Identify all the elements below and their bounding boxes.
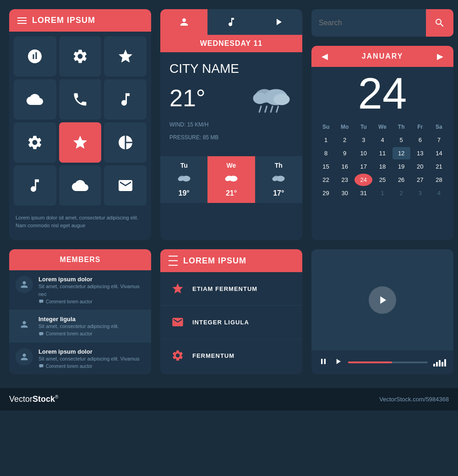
cal-day-n1[interactable]: 1 xyxy=(373,187,391,199)
tab-person[interactable] xyxy=(160,9,207,35)
media-play-large-button[interactable] xyxy=(369,286,396,314)
icon-cell-pie[interactable] xyxy=(104,122,147,163)
cal-day-19[interactable]: 19 xyxy=(393,160,410,173)
cal-day-27[interactable]: 27 xyxy=(411,174,429,186)
cal-header-sa: Sa xyxy=(430,121,448,133)
icon-cell-gear2[interactable] xyxy=(14,122,56,163)
cal-day-31[interactable]: 31 xyxy=(354,187,372,199)
forecast-cloud-icon-we xyxy=(223,172,240,186)
member-comment-3: Comment lorem auctor xyxy=(38,363,145,369)
tab-play[interactable] xyxy=(255,9,302,35)
cal-day-16[interactable]: 16 xyxy=(336,160,354,173)
hamburger-icon[interactable] xyxy=(17,17,27,24)
tab-music[interactable] xyxy=(207,9,255,35)
cal-day-29[interactable]: 29 xyxy=(317,187,335,199)
cal-day-10[interactable]: 10 xyxy=(354,147,372,159)
cal-day-5[interactable]: 5 xyxy=(393,134,410,146)
cal-day-18[interactable]: 18 xyxy=(373,160,391,173)
media-play-button[interactable] xyxy=(333,357,343,368)
tab-bar xyxy=(160,9,302,35)
calendar-header: ◀ JANUARY ▶ xyxy=(311,46,453,67)
menu-item-label-1: ETIAM FERMENTUM xyxy=(192,285,257,292)
vol-bar-2 xyxy=(436,362,438,367)
footer: VectorStock® VectorStock.com/5984368 xyxy=(0,388,458,410)
cal-day-6[interactable]: 6 xyxy=(411,134,429,146)
menu-item-2[interactable]: INTEGER LIGULA xyxy=(160,306,302,339)
weather-city: CITY NAME xyxy=(169,61,293,76)
footer-stock-text: Stock xyxy=(33,394,55,404)
app-grid-panel: LOREM IPSUM xyxy=(9,9,151,240)
cal-day-13[interactable]: 13 xyxy=(411,147,429,159)
cal-day-1[interactable]: 1 xyxy=(317,134,335,146)
forecast-temp-tu: 19° xyxy=(179,189,190,197)
icon-cell-star[interactable] xyxy=(104,36,147,77)
cal-day-21[interactable]: 21 xyxy=(430,160,448,173)
member-item-1: Lorem ipsum dolor Sit amet, consectetur … xyxy=(9,270,151,310)
cal-day-14[interactable]: 14 xyxy=(430,147,448,159)
weather-panel: WEDNESDAY 11 CITY NAME 21° xyxy=(160,9,302,240)
weather-date: WEDNESDAY 11 xyxy=(160,35,302,52)
calendar-panel: ◀ JANUARY ▶ 24 Su Mo Tu We Th Fr Sa 1 2 xyxy=(311,46,453,240)
calendar-next-button[interactable]: ▶ xyxy=(434,51,446,61)
cal-day-23[interactable]: 23 xyxy=(336,174,354,186)
icon-cell-phone[interactable] xyxy=(59,79,102,120)
search-input[interactable] xyxy=(311,19,426,27)
menu-item-3[interactable]: FERMENTUM xyxy=(160,339,302,372)
calendar-month: JANUARY xyxy=(362,52,403,60)
app-grid-title: LOREM IPSUM xyxy=(32,16,95,25)
cal-day-28[interactable]: 28 xyxy=(430,174,448,186)
icon-cell-note[interactable] xyxy=(14,165,56,206)
footer-logo: VectorStock® xyxy=(9,394,58,404)
cal-day-8[interactable]: 8 xyxy=(317,147,335,159)
cal-day-15[interactable]: 15 xyxy=(317,160,335,173)
cal-day-24[interactable]: 24 xyxy=(354,174,372,186)
cal-day-n4[interactable]: 4 xyxy=(430,187,448,199)
weather-temp: 21° xyxy=(169,84,206,112)
calendar-prev-button[interactable]: ◀ xyxy=(319,51,331,61)
cal-day-20[interactable]: 20 xyxy=(411,160,429,173)
cal-day-11[interactable]: 11 xyxy=(373,147,391,159)
icon-cell-cloud2[interactable] xyxy=(59,165,102,206)
icon-cell-settings[interactable] xyxy=(59,36,102,77)
weather-temp-row: 21° xyxy=(169,79,293,117)
cal-day-26[interactable]: 26 xyxy=(393,174,410,186)
media-progress-bar[interactable] xyxy=(348,361,428,363)
member-name-1: Lorem ipsum dolor xyxy=(38,276,145,283)
volume-bars xyxy=(433,358,446,367)
cal-day-4[interactable]: 4 xyxy=(373,134,391,146)
cal-header-tu: Tu xyxy=(354,121,372,133)
cal-day-22[interactable]: 22 xyxy=(317,174,335,186)
cal-day-30[interactable]: 30 xyxy=(336,187,354,199)
cal-day-2[interactable]: 2 xyxy=(336,134,354,146)
cal-day-n3[interactable]: 3 xyxy=(411,187,429,199)
footer-vector-text: Vector xyxy=(9,394,33,404)
cal-day-7[interactable]: 7 xyxy=(430,134,448,146)
cal-header-su: Su xyxy=(317,121,335,133)
forecast-thursday: Th 17° xyxy=(255,156,302,203)
media-progress-fill xyxy=(348,361,392,363)
cal-day-n2[interactable]: 2 xyxy=(393,187,410,199)
search-button[interactable] xyxy=(426,9,453,37)
icon-cell-mail[interactable] xyxy=(104,165,147,206)
media-pause-button[interactable] xyxy=(319,357,328,368)
cal-day-9[interactable]: 9 xyxy=(336,147,354,159)
cal-day-12[interactable]: 12 xyxy=(393,147,410,159)
vol-bar-4 xyxy=(442,362,443,367)
svg-point-10 xyxy=(182,176,190,182)
members-title: MEMBERS xyxy=(60,256,101,263)
calendar-grid: Su Mo Tu We Th Fr Sa 1 2 3 4 5 6 7 xyxy=(311,115,453,206)
icon-cell-music[interactable] xyxy=(104,79,147,120)
icon-cell-star-red[interactable] xyxy=(59,122,102,163)
forecast-temp-we: 21° xyxy=(226,189,237,197)
vol-bar-3 xyxy=(439,360,441,367)
icon-cell-cloud[interactable] xyxy=(14,79,56,120)
menu-item-1[interactable]: ETIAM FERMENTUM xyxy=(160,272,302,306)
cal-day-25[interactable]: 25 xyxy=(373,174,391,186)
cal-day-3[interactable]: 3 xyxy=(354,134,372,146)
icon-cell-chart[interactable] xyxy=(14,36,56,77)
forecast-cloud-icon-th xyxy=(270,172,287,186)
menu-header: LOREM IPSUM xyxy=(160,249,302,272)
cal-header-fr: Fr xyxy=(411,121,429,133)
cal-day-17[interactable]: 17 xyxy=(354,160,372,173)
member-avatar-2 xyxy=(16,316,33,333)
